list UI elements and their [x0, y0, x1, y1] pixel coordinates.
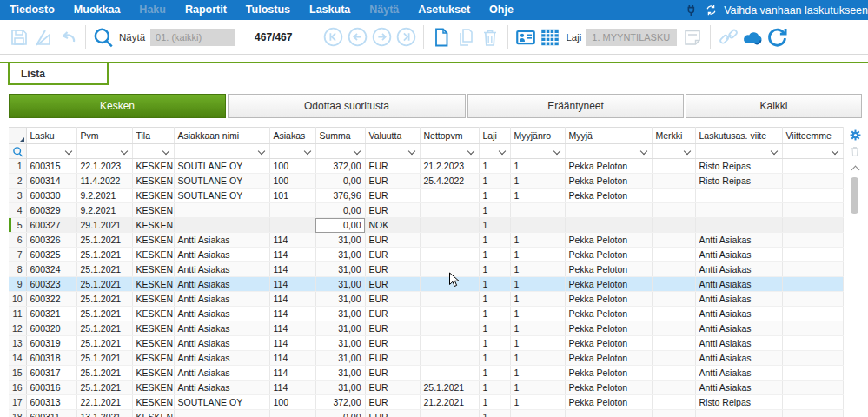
cell[interactable]: 22.1.2021: [76, 395, 132, 410]
nayta-select[interactable]: 01. (kaikki): [150, 29, 235, 46]
row-number[interactable]: 8: [9, 262, 26, 277]
cell[interactable]: 0,00: [315, 203, 365, 218]
cell[interactable]: KESKEN: [132, 174, 174, 189]
row-number[interactable]: 9: [9, 277, 26, 292]
cell[interactable]: KESKEN: [132, 321, 174, 336]
cell[interactable]: 600318: [26, 351, 76, 366]
row-number[interactable]: 12: [9, 321, 26, 336]
cell[interactable]: KESKEN: [132, 159, 174, 174]
grid-view-button[interactable]: [538, 25, 562, 50]
table-row[interactable]: 1360031925.1.2021KESKENAntti Asiakas1143…: [9, 336, 843, 351]
cell[interactable]: Antti Asiakas: [174, 277, 269, 292]
cell[interactable]: 21.2.2021: [420, 395, 479, 410]
row-number[interactable]: 10: [9, 292, 26, 307]
cell[interactable]: 1: [510, 381, 565, 395]
cell[interactable]: 1: [510, 189, 565, 203]
cell[interactable]: [420, 321, 479, 336]
cell[interactable]: Antti Asiakas: [695, 381, 782, 395]
cell[interactable]: 31,00: [315, 336, 365, 351]
cell[interactable]: Antti Asiakas: [695, 248, 782, 262]
cell[interactable]: [782, 174, 843, 189]
cell[interactable]: KESKEN: [132, 381, 174, 395]
cell[interactable]: Antti Asiakas: [695, 292, 782, 307]
cell[interactable]: 31,00: [315, 307, 365, 321]
filter-dropdown[interactable]: [269, 144, 315, 159]
cell[interactable]: 600322: [26, 292, 76, 307]
menu-right[interactable]: Vaihda vanhaan laskutukseen: [679, 3, 868, 17]
cell[interactable]: Antti Asiakas: [695, 277, 782, 292]
column-header[interactable]: Summa: [315, 128, 365, 144]
cell[interactable]: Antti Asiakas: [174, 366, 269, 381]
cell[interactable]: [652, 248, 695, 262]
cell[interactable]: 600324: [26, 262, 76, 277]
cell[interactable]: [420, 203, 479, 218]
cell[interactable]: 1: [479, 336, 510, 351]
cell[interactable]: 31,00: [315, 381, 365, 395]
cell[interactable]: [695, 218, 782, 233]
cell[interactable]: KESKEN: [132, 336, 174, 351]
cell[interactable]: 600314: [26, 174, 76, 189]
scroll-up-icon[interactable]: [851, 166, 860, 175]
cell[interactable]: KESKEN: [132, 203, 174, 218]
tab-lista[interactable]: Lista: [8, 63, 109, 85]
cell[interactable]: 600330: [26, 189, 76, 203]
filter-button-kesken[interactable]: Kesken: [9, 94, 226, 118]
cell[interactable]: [420, 351, 479, 366]
new-document-button[interactable]: [429, 25, 454, 50]
cell[interactable]: 600323: [26, 277, 76, 292]
table-row[interactable]: 760032525.1.2021KESKENAntti Asiakas11431…: [9, 248, 843, 262]
cell[interactable]: 31,00: [315, 262, 365, 277]
cell[interactable]: 114: [269, 248, 315, 262]
cell[interactable]: [420, 292, 479, 307]
cell[interactable]: Antti Asiakas: [695, 233, 782, 248]
cell[interactable]: KESKEN: [132, 189, 174, 203]
cell[interactable]: KESKEN: [132, 218, 174, 233]
table-row[interactable]: 1560031725.1.2021KESKENAntti Asiakas1143…: [9, 366, 843, 381]
cell[interactable]: 25.1.2021: [76, 262, 132, 277]
contact-card-button[interactable]: [514, 25, 538, 50]
cell[interactable]: 1: [510, 292, 565, 307]
cell[interactable]: Antti Asiakas: [695, 366, 782, 381]
cell[interactable]: 31,00: [315, 248, 365, 262]
cell[interactable]: 372,00: [315, 395, 365, 410]
row-number[interactable]: 4: [9, 203, 26, 218]
table-row[interactable]: 860032425.1.2021KESKENAntti Asiakas11431…: [9, 262, 843, 277]
cell[interactable]: 100: [269, 395, 315, 410]
table-row[interactable]: 1860031113.1.2021KESKEN0,00EUR1: [9, 410, 843, 417]
cell[interactable]: [174, 218, 269, 233]
cell[interactable]: EUR: [365, 189, 420, 203]
cell[interactable]: 21.2.2023: [420, 159, 479, 174]
cell[interactable]: [652, 292, 695, 307]
column-header[interactable]: Merkki: [652, 128, 695, 144]
cell[interactable]: Pekka Peloton: [565, 336, 652, 351]
cell[interactable]: Antti Asiakas: [174, 381, 269, 395]
cell[interactable]: EUR: [365, 277, 420, 292]
cell[interactable]: 1: [479, 233, 510, 248]
cell[interactable]: 600317: [26, 366, 76, 381]
cell[interactable]: EUR: [365, 410, 420, 417]
cell[interactable]: 25.1.2021: [76, 336, 132, 351]
cell[interactable]: [782, 159, 843, 174]
table-row[interactable]: 1260032025.1.2021KESKENAntti Asiakas1143…: [9, 321, 843, 336]
cell[interactable]: 25.1.2021: [76, 366, 132, 381]
cell[interactable]: Antti Asiakas: [174, 262, 269, 277]
cell[interactable]: SOUTLANE OY: [174, 159, 269, 174]
cell[interactable]: 1: [479, 248, 510, 262]
filter-dropdown[interactable]: [565, 144, 652, 159]
cell[interactable]: [652, 262, 695, 277]
cell[interactable]: Antti Asiakas: [174, 233, 269, 248]
row-number[interactable]: 13: [9, 336, 26, 351]
row-number[interactable]: 7: [9, 248, 26, 262]
row-number[interactable]: 11: [9, 307, 26, 321]
cell[interactable]: [782, 336, 843, 351]
cell[interactable]: [782, 248, 843, 262]
cell[interactable]: [420, 366, 479, 381]
cell[interactable]: 1: [479, 307, 510, 321]
cell[interactable]: [269, 218, 315, 233]
cell[interactable]: Pekka Peloton: [565, 395, 652, 410]
column-header[interactable]: Viitteemme: [782, 128, 843, 144]
cell[interactable]: 0,00: [315, 410, 365, 417]
cell[interactable]: 31,00: [315, 366, 365, 381]
cell[interactable]: 25.4.2022: [420, 174, 479, 189]
row-number[interactable]: 3: [9, 189, 26, 203]
